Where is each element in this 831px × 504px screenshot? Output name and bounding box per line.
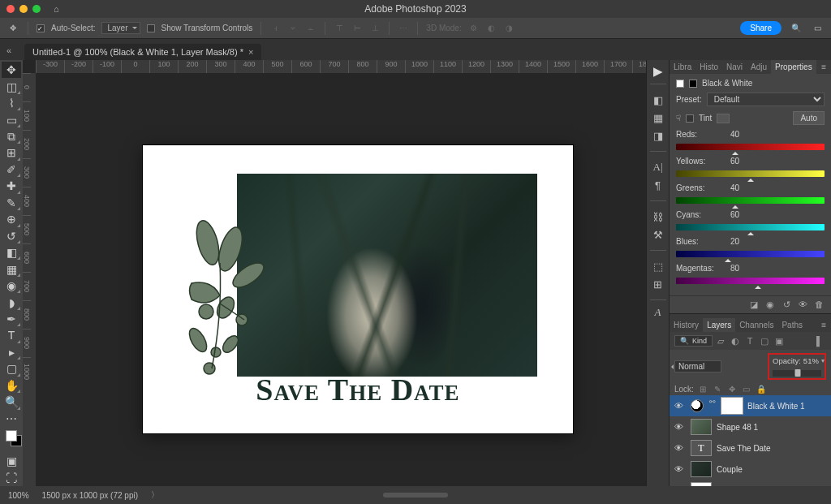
opacity-value[interactable]: 51% [803, 356, 819, 365]
screen-mode-tool[interactable]: ⛶ [2, 469, 21, 485]
dodge-tool[interactable]: ◗ [2, 294, 21, 310]
filter-kind-dropdown[interactable]: Kind [674, 335, 713, 347]
filter-toggle-icon[interactable]: ▌ [813, 335, 826, 347]
close-window[interactable] [6, 5, 15, 13]
panel-tab-paths[interactable]: Paths [777, 318, 807, 332]
artboard[interactable]: Save The Date [143, 145, 573, 433]
align-center-h-icon[interactable]: ⫟ [287, 23, 299, 34]
targeted-adjust-icon[interactable]: ☟ [676, 114, 681, 123]
doc-tab-prev-icon[interactable]: « [6, 45, 11, 55]
slider-value-yellows[interactable]: 60 [720, 157, 739, 166]
swatches-panel-icon[interactable]: ▦ [649, 110, 667, 126]
history-brush-tool[interactable]: ↺ [2, 228, 21, 244]
workspace-icon[interactable]: ▭ [811, 24, 825, 32]
layer-row[interactable]: 👁TSave The Date [670, 437, 831, 459]
align-top-icon[interactable]: ⊤ [334, 23, 345, 34]
panel-menu-icon[interactable]: ≡ [816, 60, 831, 74]
frame-tool[interactable]: ⊞ [2, 144, 21, 161]
foreground-color[interactable] [6, 430, 17, 442]
layer-row[interactable]: 👁Couple [670, 459, 831, 480]
layer-name[interactable]: Shape 48 1 [717, 423, 758, 432]
scrub-bar[interactable] [383, 493, 448, 498]
panel-tab-histo[interactable]: Histo [695, 60, 722, 74]
layer-name[interactable]: Black & White 1 [747, 402, 805, 411]
crop-tool[interactable]: ⧉ [2, 128, 21, 144]
clip-to-layer-icon[interactable]: ◪ [748, 299, 760, 310]
mask-thumb[interactable] [721, 398, 743, 414]
layers-menu-icon[interactable]: ≡ [816, 318, 831, 332]
gradient-tool[interactable]: ▦ [2, 261, 21, 277]
heading-text[interactable]: Save The Date [143, 372, 573, 407]
show-transform-checkbox[interactable] [147, 24, 155, 32]
view-previous-icon[interactable]: ◉ [764, 299, 776, 310]
3d-panel-icon[interactable]: ⬚ [649, 258, 667, 274]
filter-pixel-icon[interactable]: ▱ [714, 335, 727, 347]
link-icon[interactable]: ⚯ [708, 398, 717, 414]
panel-tab-layers[interactable]: Layers [703, 318, 735, 332]
marquee-tool[interactable]: ◫ [2, 78, 21, 94]
photo-couple[interactable] [237, 174, 537, 377]
layer-name[interactable]: Save The Date [717, 444, 771, 453]
brushes-panel-icon[interactable]: ⛓ [649, 209, 667, 225]
close-tab-icon[interactable]: × [248, 47, 253, 57]
filter-shape-icon[interactable]: ▢ [758, 335, 771, 347]
tint-swatch[interactable] [717, 114, 730, 123]
filter-type-icon[interactable]: T [743, 335, 756, 347]
slider-track-reds[interactable] [676, 144, 825, 152]
character-panel-icon[interactable]: A| [649, 159, 667, 175]
tint-checkbox[interactable] [686, 114, 694, 123]
layer-row[interactable]: 👁⚯Black & White 1 [670, 395, 831, 416]
align-bottom-icon[interactable]: ⊥ [369, 23, 381, 34]
lock-image-icon[interactable]: ✎ [712, 385, 723, 394]
shape-leaves[interactable] [167, 218, 281, 381]
blend-mode-dropdown[interactable]: Normal [674, 360, 721, 373]
layers-panel-icon[interactable]: ⊞ [649, 276, 667, 292]
slider-value-greens[interactable]: 40 [720, 183, 739, 192]
lasso-tool[interactable]: ⌇ [2, 95, 21, 111]
preset-dropdown[interactable]: Default [707, 93, 825, 106]
lock-position-icon[interactable]: ✥ [726, 385, 738, 394]
lock-artboard-icon[interactable]: ▭ [741, 385, 752, 394]
reset-icon[interactable]: ↺ [781, 299, 792, 310]
color-swatches[interactable] [6, 430, 17, 453]
layer-name[interactable]: Couple [717, 465, 743, 474]
paragraph-panel-icon[interactable]: ¶ [649, 177, 667, 193]
hand-tool[interactable]: ✋ [2, 377, 21, 394]
search-icon[interactable]: 🔍 [788, 24, 804, 32]
canvas-area[interactable]: -300-200-1000100200300400500600700800900… [23, 60, 646, 486]
eraser-tool[interactable]: ◧ [2, 244, 21, 261]
minimize-window[interactable] [19, 5, 28, 13]
color-panel-icon[interactable]: ◧ [649, 92, 667, 108]
home-icon[interactable]: ⌂ [54, 4, 59, 14]
panel-tab-libra[interactable]: Libra [670, 60, 695, 74]
clone-tool[interactable]: ⊕ [2, 211, 21, 227]
move-tool[interactable]: ✥ [2, 62, 21, 78]
slider-track-greens[interactable] [676, 197, 825, 205]
type-tool[interactable]: T [2, 327, 21, 343]
share-button[interactable]: Share [740, 21, 781, 35]
slider-track-cyans[interactable] [676, 224, 825, 232]
edit-toolbar[interactable]: ⋯ [2, 411, 21, 427]
distribute-icon[interactable]: ⋯ [398, 23, 409, 34]
gradients-panel-icon[interactable]: ◨ [649, 127, 667, 144]
panel-tab-properties[interactable]: Properties [771, 60, 816, 74]
maximize-window[interactable] [32, 5, 41, 13]
shape-tool[interactable]: ▢ [2, 360, 21, 377]
brush-settings-panel-icon[interactable]: ⚒ [649, 226, 667, 243]
panel-tab-navi[interactable]: Navi [722, 60, 747, 74]
play-icon[interactable]: ▶ [649, 63, 667, 80]
visibility-toggle-icon[interactable]: 👁 [674, 401, 686, 411]
quick-mask-tool[interactable]: ▣ [2, 453, 21, 469]
pen-tool[interactable]: ✒ [2, 311, 21, 327]
healing-tool[interactable]: ✚ [2, 178, 21, 194]
filter-adjust-icon[interactable]: ◐ [729, 335, 742, 347]
slider-track-yellows[interactable] [676, 170, 825, 179]
slider-value-cyans[interactable]: 60 [720, 210, 739, 219]
delete-adjustment-icon[interactable]: 🗑 [813, 299, 825, 310]
glyphs-panel-icon[interactable]: A [649, 304, 667, 321]
document-tab[interactable]: Untitled-1 @ 100% (Black & White 1, Laye… [24, 44, 261, 60]
lock-all-icon[interactable]: 🔒 [756, 385, 767, 394]
slider-track-magentas[interactable] [676, 278, 825, 286]
brush-tool[interactable]: ✎ [2, 195, 21, 211]
opacity-slider[interactable] [773, 370, 821, 377]
